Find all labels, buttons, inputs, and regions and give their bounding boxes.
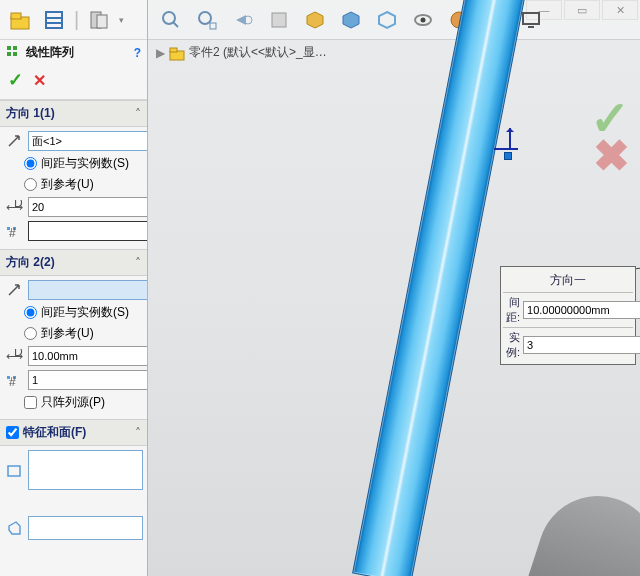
instances-icon: #: [4, 371, 24, 389]
direction-origin-handle[interactable]: [504, 152, 512, 160]
direction-handle-horizontal[interactable]: [494, 148, 518, 150]
chevron-up-icon: ˄: [135, 256, 141, 270]
svg-text:D1: D1: [14, 200, 23, 210]
viewport[interactable]: — ▭ ✕ ▶ 零件2 (默认<<默认>_显… ✓ ✖: [148, 0, 640, 576]
part-icon: [169, 45, 185, 61]
callout-title: 方向一: [503, 269, 633, 292]
faces-list[interactable]: [28, 516, 143, 540]
svg-rect-10: [13, 52, 17, 56]
features-body: [0, 446, 147, 548]
svg-rect-32: [523, 13, 539, 24]
svg-point-24: [199, 12, 211, 24]
features-header[interactable]: 特征和面(F) ˄: [0, 419, 147, 446]
direction2-count-input[interactable]: [28, 370, 147, 390]
svg-point-29: [421, 17, 426, 22]
view-orientation-icon[interactable]: [302, 7, 328, 33]
feature-manager-tab[interactable]: [6, 6, 34, 34]
hide-show-icon[interactable]: [374, 7, 400, 33]
direction1-spacing-input[interactable]: [28, 197, 147, 217]
chevron-up-icon: ˄: [135, 107, 141, 121]
face-icon: [4, 519, 24, 537]
reverse-direction-icon[interactable]: [4, 132, 24, 150]
linear-pattern-icon: [6, 45, 22, 61]
direction1-callout[interactable]: 方向一 间距: ▲▼ 实例: ▲▼: [500, 266, 636, 365]
features-list[interactable]: [28, 450, 143, 490]
svg-rect-6: [97, 15, 107, 28]
direction1-reference-field[interactable]: [28, 131, 147, 151]
configuration-tab[interactable]: [85, 6, 113, 34]
svg-rect-35: [170, 48, 177, 52]
feature-icon: [4, 461, 24, 479]
features-enable-checkbox[interactable]: [6, 426, 19, 439]
property-manager-panel: | ▾ 线性阵列 ? ✓ ✕ 方向 1(1) ˄: [0, 0, 148, 576]
ok-button[interactable]: ✓: [8, 69, 23, 91]
spacing-icon: ⟷D2: [4, 347, 24, 365]
direction1-count-input[interactable]: [28, 221, 147, 241]
previous-view-icon[interactable]: [230, 7, 256, 33]
direction2-header[interactable]: 方向 2(2) ˄: [0, 249, 147, 276]
svg-rect-25: [210, 23, 216, 29]
callout-count-input[interactable]: [523, 336, 640, 354]
callout-spacing-label: 间距:: [503, 293, 523, 327]
direction2-spacing-input[interactable]: [28, 346, 147, 366]
direction1-body: 间距与实例数(S) 到参考(U) ⟷D1 ▲▼ #: [0, 127, 147, 249]
help-icon[interactable]: ?: [134, 46, 141, 60]
callout-count-label: 实例:: [503, 328, 523, 362]
display-style-icon[interactable]: [338, 7, 364, 33]
feature-tabs: | ▾: [0, 0, 147, 40]
svg-text:#: #: [9, 226, 16, 238]
confirm-row: ✓ ✕: [0, 65, 147, 100]
property-manager-tab[interactable]: [40, 6, 68, 34]
scene-icon[interactable]: [410, 7, 436, 33]
direction1-spacing-radio[interactable]: 间距与实例数(S): [4, 155, 143, 172]
direction1-header[interactable]: 方向 1(1) ˄: [0, 100, 147, 127]
zoom-area-icon[interactable]: [194, 7, 220, 33]
svg-line-23: [173, 22, 178, 27]
breadcrumb[interactable]: ▶ 零件2 (默认<<默认>_显…: [156, 44, 327, 61]
zoom-fit-icon[interactable]: [158, 7, 184, 33]
direction2-body: 间距与实例数(S) 到参考(U) ⟷D2 ▲▼ #: [0, 276, 147, 419]
svg-text:#: #: [9, 375, 16, 387]
model-base: [522, 480, 640, 576]
direction2-toref-radio[interactable]: 到参考(U): [4, 325, 143, 342]
svg-rect-7: [7, 46, 11, 50]
callout-spacing-input[interactable]: [523, 301, 640, 319]
cancel-button[interactable]: ✕: [33, 71, 46, 90]
svg-rect-8: [13, 46, 17, 50]
spacing-icon: ⟷D1: [4, 198, 24, 216]
svg-rect-27: [272, 13, 286, 27]
svg-rect-1: [11, 13, 21, 19]
breadcrumb-part[interactable]: 零件2 (默认<<默认>_显…: [189, 44, 327, 61]
viewport-cancel-button[interactable]: ✖: [593, 130, 630, 181]
chevron-right-icon: ▶: [156, 46, 165, 60]
chevron-up-icon: ˄: [135, 426, 141, 440]
svg-text:D2: D2: [14, 349, 23, 359]
direction2-spacing-radio[interactable]: 间距与实例数(S): [4, 304, 143, 321]
direction-handle-vertical[interactable]: [509, 128, 511, 150]
instances-icon: #: [4, 222, 24, 240]
svg-rect-2: [46, 12, 62, 28]
command-title-bar: 线性阵列 ?: [0, 40, 147, 65]
svg-rect-9: [7, 52, 11, 56]
direction2-reference-field[interactable]: [28, 280, 147, 300]
seed-only-checkbox[interactable]: 只阵列源(P): [4, 394, 143, 411]
reverse-direction-icon[interactable]: [4, 281, 24, 299]
heads-up-toolbar: [148, 0, 640, 40]
section-view-icon[interactable]: [266, 7, 292, 33]
direction1-toref-radio[interactable]: 到参考(U): [4, 176, 143, 193]
svg-rect-21: [8, 466, 20, 476]
command-name: 线性阵列: [26, 44, 74, 61]
